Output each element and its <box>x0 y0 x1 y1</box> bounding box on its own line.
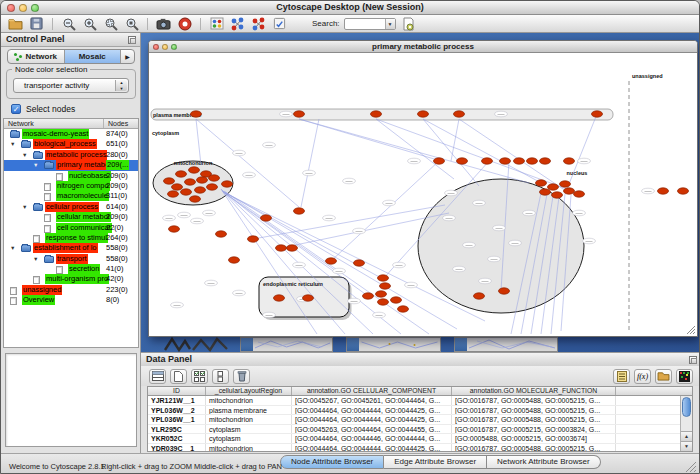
graph-node[interactable] <box>376 291 387 297</box>
background-window[interactable] <box>346 337 441 352</box>
close-button[interactable] <box>153 44 159 50</box>
graph-node[interactable] <box>457 158 468 164</box>
graph-node[interactable] <box>261 215 272 221</box>
tree-row-multi-organism-pro[interactable]: multi-organism pro42(0) <box>4 274 138 284</box>
graph-edge[interactable] <box>451 119 459 161</box>
help-button[interactable] <box>176 16 193 32</box>
graph-node[interactable] <box>474 293 485 299</box>
graph-node[interactable] <box>287 245 298 251</box>
background-window-titlebar[interactable] <box>455 338 467 351</box>
birds-eye-view[interactable] <box>5 353 137 447</box>
float-panel-icon[interactable] <box>689 356 697 364</box>
tab-network-attribute-browser[interactable]: Network Attribute Browser <box>487 455 600 469</box>
close-button[interactable] <box>7 4 15 12</box>
graph-node[interactable] <box>276 245 287 251</box>
graph-node[interactable] <box>499 288 510 294</box>
graph-node[interactable] <box>418 111 429 117</box>
network-view-window[interactable]: primary metabolic process plasma membran… <box>148 40 698 337</box>
graph-edge[interactable] <box>376 119 567 189</box>
disclosure-arrow-icon[interactable]: ▼ <box>10 244 15 252</box>
graph-edge[interactable] <box>423 119 479 186</box>
tab-mosaic[interactable]: Mosaic <box>65 50 122 63</box>
annotation-button[interactable] <box>271 16 288 32</box>
tree-row-cell-communicat[interactable]: cell communicat22(0) <box>4 223 138 233</box>
graph-node[interactable] <box>191 111 202 117</box>
column-header-id[interactable]: ID <box>148 387 206 395</box>
tree-row-biological-process[interactable]: ▼biological_process651(0) <box>4 139 138 149</box>
background-window[interactable] <box>240 337 333 352</box>
minimize-button[interactable] <box>162 44 168 50</box>
float-panel-icon[interactable] <box>128 36 136 44</box>
disclosure-arrow-icon[interactable]: ▼ <box>22 203 27 211</box>
graph-node[interactable] <box>164 178 175 184</box>
unselect-attributes-button[interactable] <box>212 369 229 384</box>
graph-edge[interactable] <box>376 119 454 179</box>
table-scrollbar[interactable]: ▲ ▼ <box>680 396 692 451</box>
table-row-ypl036w-2[interactable]: YPL036W__2plasma membrane[GO:0044464, GO… <box>148 406 680 416</box>
column-header-cellularlayoutregion[interactable]: _cellularLayoutRegion <box>206 387 292 395</box>
graph-node[interactable] <box>391 297 402 303</box>
search-dropdown-arrow[interactable]: ▼ <box>385 19 395 29</box>
graph-node[interactable] <box>592 111 603 117</box>
dropdown-stepper-icon[interactable]: ▲▼ <box>115 80 127 91</box>
heatmap-button[interactable] <box>676 369 693 384</box>
tree-row-primary-metabo[interactable]: ▼primary metabo209(... <box>4 160 138 170</box>
graph-node[interactable] <box>189 167 200 173</box>
table-row-ylr295c[interactable]: YLR295Ccytoplasm[GO:0045263, GO:0044464,… <box>148 425 680 435</box>
plugin-manager-button[interactable] <box>400 16 417 32</box>
tree-row-mosaic-demo-yeast[interactable]: mosaic-demo-yeast874(0) <box>4 129 138 139</box>
graph-node[interactable] <box>454 111 465 117</box>
graph-node[interactable] <box>222 181 233 187</box>
tree-row-secretion[interactable]: secretion41(0) <box>4 264 138 274</box>
graph-node[interactable] <box>378 299 389 305</box>
graph-node[interactable] <box>326 258 337 264</box>
table-row-ypl036w-1[interactable]: YPL036W__1mitochondrion[GO:0044464, GO:0… <box>148 415 680 425</box>
zoom-out-button[interactable] <box>60 16 77 32</box>
graph-edge[interactable] <box>423 119 545 185</box>
tree-row-macromolecule[interactable]: macromolecule311(0) <box>4 191 138 201</box>
minimized-window-preview[interactable] <box>164 337 230 352</box>
column-header-annotation-go-molecular-function[interactable]: annotation.GO MOLECULAR_FUNCTION <box>452 387 616 395</box>
tree-header[interactable]: Network Nodes <box>4 119 138 129</box>
tree-row-overview[interactable]: Overview8(0) <box>4 295 138 305</box>
graph-node[interactable] <box>216 231 227 237</box>
region-plasma-membrane[interactable] <box>151 109 613 120</box>
network-view-titlebar[interactable]: primary metabolic process <box>149 41 697 53</box>
tree-column-nodes[interactable]: Nodes <box>104 119 128 128</box>
graph-node[interactable] <box>540 158 551 164</box>
zoom-selected-button[interactable] <box>102 16 119 32</box>
tab-network[interactable]: Network <box>8 50 65 63</box>
network-view-blue-button[interactable] <box>229 16 246 32</box>
graph-node[interactable] <box>514 158 525 164</box>
tab-edge-attribute-browser[interactable]: Edge Attribute Browser <box>384 455 487 469</box>
disclosure-arrow-icon[interactable]: ▼ <box>10 140 15 148</box>
zoom-window-button[interactable] <box>31 4 39 12</box>
disclosure-arrow-icon[interactable]: ▼ <box>22 151 27 159</box>
scrollbar-thumb[interactable] <box>682 397 691 417</box>
graph-node[interactable] <box>303 295 314 301</box>
graph-node[interactable] <box>678 188 689 194</box>
graph-node[interactable] <box>190 196 201 202</box>
tree-row-metabolic-process[interactable]: ▼metabolic process280(0) <box>4 150 138 160</box>
graph-node[interactable] <box>176 171 187 177</box>
graph-node[interactable] <box>207 184 218 190</box>
graph-edge[interactable] <box>301 119 319 207</box>
network-canvas[interactable]: plasma membranecytoplasmmitochondrionnuc… <box>149 53 697 336</box>
tree-row-transport[interactable]: ▼transport558(0) <box>4 254 138 264</box>
graph-node[interactable] <box>294 208 305 214</box>
graph-node[interactable] <box>540 189 551 195</box>
graph-node[interactable] <box>574 191 585 197</box>
tree-row-cellular-metabol[interactable]: cellular metabol209(0) <box>4 212 138 222</box>
background-window-titlebar[interactable] <box>347 338 359 351</box>
minimize-button[interactable] <box>19 4 27 12</box>
graph-node[interactable] <box>552 192 563 198</box>
graph-node[interactable] <box>354 260 365 266</box>
column-header-annotation-go-cellular-component[interactable]: annotation.GO CELLULAR_COMPONENT <box>292 387 452 395</box>
graph-node[interactable] <box>527 158 538 164</box>
graph-node[interactable] <box>229 257 240 263</box>
zoom-window-button[interactable] <box>171 44 177 50</box>
tree-column-network[interactable]: Network <box>4 119 104 128</box>
graph-node[interactable] <box>181 189 192 195</box>
resize-grip-icon[interactable] <box>686 462 697 473</box>
graph-node[interactable] <box>197 177 208 183</box>
